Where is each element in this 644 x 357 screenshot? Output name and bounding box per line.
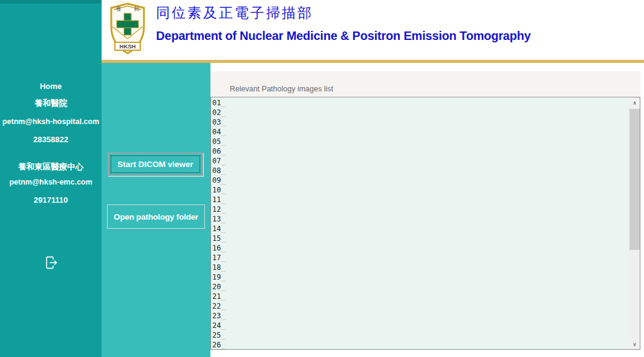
page-header: 養 和 HKSH 同位素及正電子掃描部 Department of Nuclea… [102, 0, 644, 60]
list-item[interactable]: 24_ [212, 321, 629, 330]
list-item[interactable]: 25_ [212, 330, 629, 340]
hospital2-name: 養和東區醫療中心 [0, 162, 102, 172]
hospital2-email-link[interactable]: petnm@hksh-emc.com [0, 178, 102, 186]
pathology-list-label: Relevant Pathology images list [230, 85, 333, 93]
list-item[interactable]: 08_ [212, 166, 629, 175]
list-item[interactable]: 20_ [212, 282, 629, 292]
list-item[interactable]: 04_ [212, 127, 629, 137]
list-scrollbar[interactable]: ∧ ∨ [629, 97, 640, 349]
list-item[interactable]: 11_ [212, 195, 629, 205]
list-item[interactable]: 21_ [212, 292, 629, 301]
list-label-band: Relevant Pathology images list [210, 71, 640, 97]
list-item[interactable]: 09_ [212, 175, 629, 185]
list-item[interactable]: 13_ [212, 214, 629, 224]
hospital1-name: 養和醫院 [0, 98, 102, 109]
list-item[interactable]: 23_ [212, 311, 629, 321]
list-item[interactable]: 19_ [212, 272, 629, 282]
list-item[interactable]: 10_ [212, 185, 629, 195]
list-item[interactable]: 12_ [212, 205, 629, 214]
list-item[interactable]: 07_ [212, 156, 629, 166]
app-window: Home 養和醫院 petnm@hksh-hospital.com 283588… [0, 0, 644, 357]
hksh-logo-icon: 養 和 HKSH [108, 2, 148, 56]
hospital1-phone: 28358822 [0, 135, 102, 144]
list-item[interactable]: 03_ [212, 117, 629, 127]
hospital2-phone: 29171110 [0, 195, 102, 205]
list-item[interactable]: 01_ [212, 98, 629, 108]
list-item[interactable]: 15_ [212, 234, 629, 243]
chevron-down-icon: ∨ [633, 341, 637, 347]
list-item[interactable]: 06_ [212, 146, 629, 156]
pathology-images-listbox[interactable]: 01_02_03_04_05_06_07_08_09_10_11_12_13_1… [210, 97, 640, 350]
list-item[interactable]: 14_ [212, 224, 629, 234]
svg-text:養: 養 [116, 6, 122, 12]
main-content: Relevant Pathology images list 01_02_03_… [210, 63, 644, 357]
department-title-chinese: 同位素及正電子掃描部 [156, 4, 313, 22]
list-item[interactable]: 18_ [212, 263, 629, 272]
list-item[interactable]: 16_ [212, 243, 629, 253]
scrollbar-thumb[interactable] [629, 109, 640, 250]
scroll-down-button[interactable]: ∨ [629, 339, 640, 349]
list-item[interactable]: 22_ [212, 301, 629, 311]
list-item[interactable]: 26_ [212, 340, 629, 349]
svg-text:和: 和 [134, 6, 140, 12]
pathology-images-list: 01_02_03_04_05_06_07_08_09_10_11_12_13_1… [211, 97, 629, 349]
scroll-up-button[interactable]: ∧ [629, 97, 640, 108]
open-pathology-folder-button[interactable]: Open pathology folder [107, 205, 205, 229]
action-panel: Start DICOM viewer Open pathology folder [102, 63, 210, 357]
list-item[interactable]: 02_ [212, 108, 629, 117]
department-title-english: Department of Nuclear Medicine & Positro… [156, 29, 531, 43]
logout-button[interactable] [0, 253, 102, 275]
sidebar-item-home[interactable]: Home [0, 82, 102, 91]
svg-text:HKSH: HKSH [120, 43, 136, 50]
list-item[interactable]: 17_ [212, 253, 629, 263]
sidebar: Home 養和醫院 petnm@hksh-hospital.com 283588… [0, 0, 102, 357]
start-dicom-viewer-button[interactable]: Start DICOM viewer [108, 152, 203, 176]
chevron-up-icon: ∧ [633, 100, 637, 106]
sidebar-top-strip [0, 0, 102, 4]
hospital1-email-link[interactable]: petnm@hksh-hospital.com [0, 117, 102, 126]
logout-icon [42, 253, 60, 275]
list-item[interactable]: 05_ [212, 137, 629, 146]
